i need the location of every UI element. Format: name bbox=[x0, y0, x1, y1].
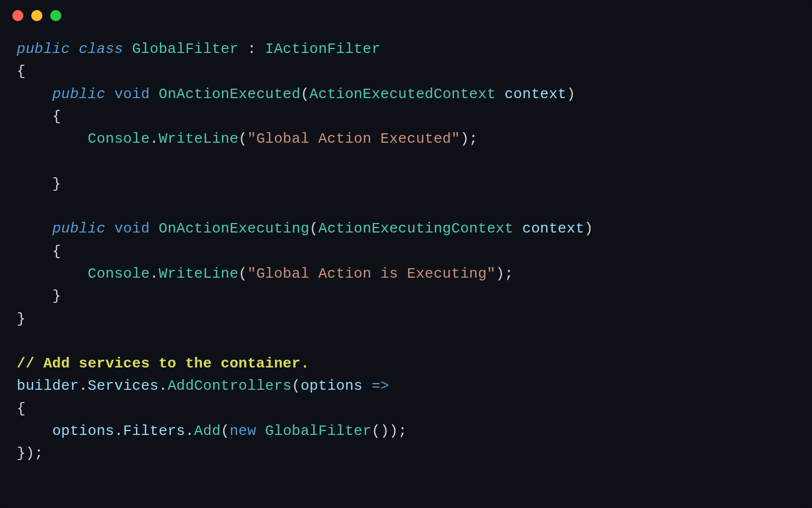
titlebar bbox=[0, 0, 812, 27]
minimize-icon[interactable] bbox=[31, 10, 42, 21]
code-line: public class GlobalFilter : IActionFilte… bbox=[17, 41, 380, 57]
code-line: } bbox=[17, 311, 26, 327]
code-line: { bbox=[17, 243, 61, 260]
code-window: public class GlobalFilter : IActionFilte… bbox=[0, 0, 812, 508]
code-line: Console.WriteLine("Global Action Execute… bbox=[17, 130, 478, 147]
code-line: options.Filters.Add(new GlobalFilter()); bbox=[17, 423, 407, 439]
code-line: } bbox=[17, 176, 61, 192]
code-line: builder.Services.AddControllers(options … bbox=[17, 378, 389, 394]
close-icon[interactable] bbox=[12, 10, 23, 21]
code-line: { bbox=[17, 400, 26, 417]
code-line: public void OnActionExecuted(ActionExecu… bbox=[17, 86, 576, 103]
code-line: Console.WriteLine("Global Action is Exec… bbox=[17, 265, 514, 282]
code-line: { bbox=[17, 63, 26, 80]
code-editor[interactable]: public class GlobalFilter : IActionFilte… bbox=[0, 27, 812, 476]
code-line: }); bbox=[17, 445, 44, 462]
code-line: { bbox=[17, 108, 61, 125]
maximize-icon[interactable] bbox=[50, 10, 61, 21]
code-line: } bbox=[17, 288, 61, 304]
code-line: // Add services to the container. bbox=[17, 355, 310, 372]
code-line: public void OnActionExecuting(ActionExec… bbox=[17, 220, 593, 237]
